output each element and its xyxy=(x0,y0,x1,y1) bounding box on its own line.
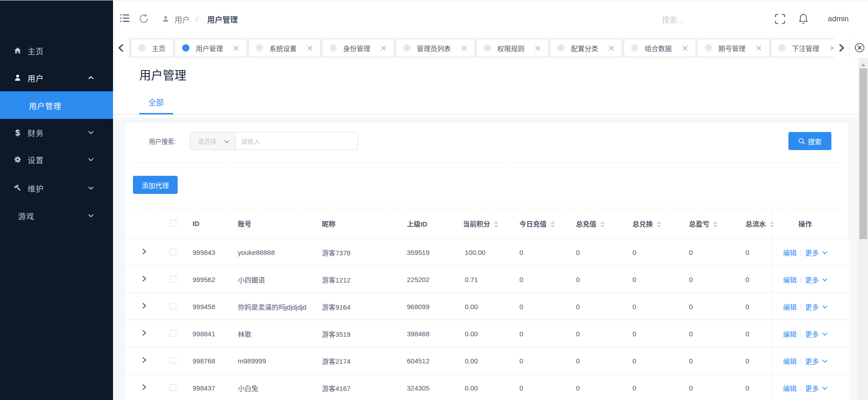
svg-text:$: $ xyxy=(15,128,20,137)
